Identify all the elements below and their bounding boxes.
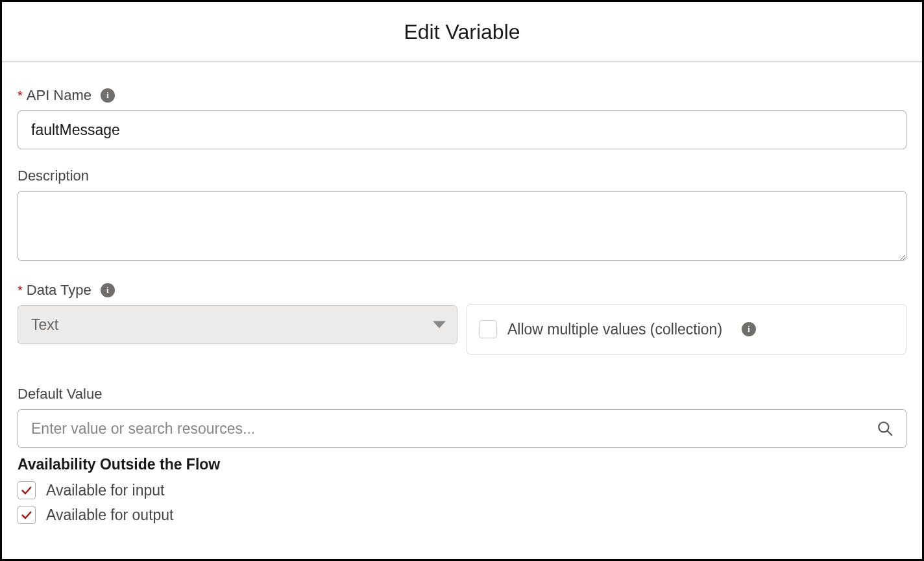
description-group: Description [18, 168, 906, 264]
availability-heading: Availability Outside the Flow [18, 456, 906, 473]
data-type-col: * Data Type i Text [18, 282, 457, 355]
default-value-wrap [18, 409, 906, 448]
allow-multiple-col: Allow multiple values (collection) i [467, 282, 906, 355]
api-name-label: API Name [27, 87, 91, 104]
data-type-select[interactable]: Text [18, 305, 457, 344]
data-type-row: * Data Type i Text Allow multiple values… [18, 282, 906, 355]
data-type-label: Data Type [27, 282, 91, 299]
modal-body: * API Name i Description * Data Type i T… [2, 62, 922, 559]
available-input-checkbox[interactable] [18, 481, 36, 499]
allow-multiple-box: Allow multiple values (collection) i [467, 304, 906, 355]
default-value-input[interactable] [18, 409, 906, 448]
available-output-checkbox[interactable] [18, 506, 36, 524]
default-value-group: Default Value [18, 386, 906, 448]
description-input[interactable] [18, 191, 906, 261]
required-asterisk: * [18, 88, 23, 103]
description-label: Description [18, 168, 89, 184]
api-name-input[interactable] [18, 110, 906, 149]
modal-title: Edit Variable [2, 20, 922, 44]
required-asterisk: * [18, 283, 23, 298]
api-name-group: * API Name i [18, 87, 906, 149]
available-output-label: Available for output [46, 506, 174, 524]
available-output-row: Available for output [18, 506, 906, 524]
allow-multiple-checkbox[interactable] [479, 320, 497, 338]
allow-multiple-label: Allow multiple values (collection) [507, 321, 722, 338]
default-value-label: Default Value [18, 386, 102, 403]
data-type-select-wrap: Text [18, 305, 457, 344]
modal-header: Edit Variable [2, 2, 922, 62]
info-icon[interactable]: i [742, 322, 756, 336]
info-icon[interactable]: i [101, 283, 115, 297]
available-input-label: Available for input [46, 482, 164, 499]
description-label-row: Description [18, 168, 906, 184]
info-icon[interactable]: i [101, 88, 115, 103]
available-input-row: Available for input [18, 481, 906, 499]
data-type-label-row: * Data Type i [18, 282, 457, 299]
edit-variable-modal: Edit Variable * API Name i Description *… [0, 0, 924, 561]
default-value-label-row: Default Value [18, 386, 906, 403]
api-name-label-row: * API Name i [18, 87, 906, 104]
